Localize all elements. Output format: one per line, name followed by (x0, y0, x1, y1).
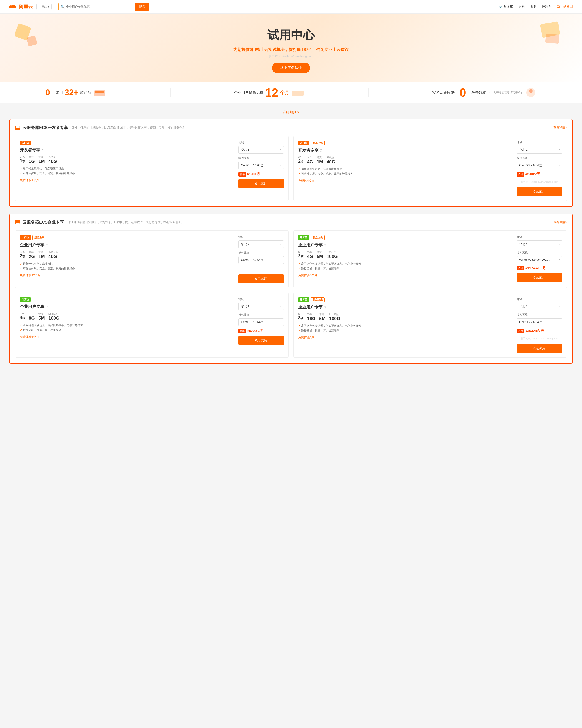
os-select[interactable]: CentOS 7.6 64位 ▾ (239, 318, 284, 326)
stats-bar: 0 元试用 32+ 款产品 企业用户最高免费 12 个月 实名认证后即可 0 元… (0, 82, 582, 103)
stat-label-trial: 元试用 (52, 90, 63, 95)
os-value: CentOS 7.6 64位 (519, 320, 542, 324)
price-label: 价格 (517, 172, 525, 177)
card-watermark: 新手站长 XinshouZhanzhang.com (517, 180, 562, 184)
card-left: 入门级新品上线 开发者专享 ⑦ CPU 2核 内存 4G 带宽 1M 系统盘 4… (298, 140, 513, 196)
banner-deco-right (523, 18, 569, 55)
spec-item: ESSD盘 100G (329, 313, 340, 321)
region-select[interactable]: 华北 2 ▾ (239, 303, 284, 310)
free-trial-link[interactable]: 免费体验1周 (298, 336, 314, 339)
spec-item: 内存 2G (29, 251, 35, 259)
banner-auth-button[interactable]: 马上实名认证 (272, 63, 310, 73)
enterprise-section-link[interactable]: 查看详情> (553, 220, 567, 224)
spec-item: 带宽 1M (38, 251, 45, 259)
enterprise-section-title: 云服务器ECS企业专享 (23, 219, 64, 225)
detail-link-area: 详细规则 > (0, 106, 582, 119)
nav-new-user[interactable]: 新手站长网 (557, 5, 573, 9)
logo[interactable]: 阿里云 (9, 4, 33, 10)
check-item: 适用轻量级网站、低负载应用场景 (298, 167, 513, 171)
banner-subtitle: 为您提供0门槛上云实践机会，拨打95187-1，咨询专业上云建议 (233, 47, 349, 52)
card-tags: 入门级新品上线 (298, 140, 513, 146)
region-selector[interactable]: 中国站 ▾ (36, 4, 52, 10)
region-select[interactable]: 华北 1 ▾ (517, 146, 562, 154)
free-trial-link[interactable]: 免费体验12个月 (20, 274, 41, 277)
chevron-down-icon: ▾ (559, 149, 560, 151)
check-item: 可弹性扩展、安全、稳定、易用的计算服务 (20, 172, 235, 175)
price-badge: 价格 ¥570.50/月 (239, 329, 284, 333)
region-field-label: 地域 (239, 297, 284, 301)
spec-value: 2核 (298, 253, 303, 258)
os-field: 操作系统 CentOS 7.6 64位 ▾ (239, 251, 284, 264)
spec-value: 5M (319, 316, 326, 321)
trial-button[interactable]: 0元试用 (239, 336, 284, 345)
enterprise-section: 云服务器ECS企业专享 弹性可伸缩的计算服务，助您降低 IT 成本，提升运维效率… (9, 214, 573, 364)
trial-button[interactable]: 0元试用 (517, 344, 562, 353)
spec-item: 带宽 5M (317, 251, 323, 259)
os-select[interactable]: CentOS 7.6 64位 ▾ (517, 161, 562, 169)
card-specs: CPU 2核 内存 4G 带宽 5M ESSD盘 100G (298, 251, 513, 259)
spec-value: 100G (327, 254, 338, 259)
os-select[interactable]: CentOS 7.6 64位 ▾ (239, 161, 284, 169)
trial-button[interactable]: 0元试用 (239, 179, 284, 188)
developer-section-link[interactable]: 查看详情> (553, 126, 567, 130)
trial-button[interactable]: 0元试用 (239, 275, 284, 283)
region-field-label: 地域 (239, 235, 284, 239)
search-input[interactable] (58, 3, 135, 10)
cart-icon: 🛒 (499, 5, 502, 9)
chevron-down-icon: ▾ (559, 243, 560, 246)
region-select[interactable]: 华北 2 ▾ (517, 240, 562, 248)
nav-backup[interactable]: 备案 (530, 5, 536, 9)
region-field-label: 地域 (517, 235, 562, 239)
free-trial-link[interactable]: 免费体验3个月 (298, 274, 317, 277)
product-card: 计算型新品上线 企业用户专享 ⑦ CPU 8核 内存 16G 带宽 5M ESS… (293, 292, 567, 358)
os-value: CentOS 7.6 64位 (241, 163, 264, 167)
card-left: 入门级 开发者专享 ⑦ CPU 1核 内存 1G 带宽 1M 系统盘 40G 适… (20, 140, 235, 196)
price-value: ¥1174.41/3月 (525, 266, 546, 270)
os-select[interactable]: Windows Server 2019 ... ▾ (517, 256, 562, 263)
price-badge: 价格 42.00/7天 (517, 172, 562, 177)
spec-label: 内存 (29, 312, 35, 315)
spec-label: 内存 (29, 251, 35, 254)
free-trial-link[interactable]: 免费体验1周 (298, 179, 314, 182)
card-tag: 入门级 (20, 140, 31, 145)
price-value: 61.00/月 (247, 172, 260, 176)
product-card: 入门级新品上线 开发者专享 ⑦ CPU 2核 内存 4G 带宽 1M 系统盘 4… (293, 136, 567, 201)
spec-value: 4G (307, 159, 313, 164)
stat-zero-free: 0 (460, 87, 466, 99)
nav-docs[interactable]: 文档 (518, 5, 525, 9)
search-button[interactable]: 搜索 (135, 3, 149, 11)
os-value: CentOS 7.6 64位 (519, 163, 542, 167)
region-select[interactable]: 华北 2 ▾ (517, 303, 562, 310)
stat-enterprise-unit: 个月 (280, 89, 289, 96)
region-select[interactable]: 华北 1 ▾ (239, 146, 284, 154)
spec-label: ESSD盘 (49, 312, 60, 315)
spec-label: 内存 (307, 251, 313, 254)
detail-link[interactable]: 详细规则 > (283, 110, 299, 114)
card-specs: CPU 2核 内存 4G 带宽 1M 系统盘 40G (298, 156, 513, 164)
card-specs: CPU 2核 内存 2G 带宽 1M 高效云盘 40G (20, 251, 235, 259)
chevron-down-icon: ▾ (280, 243, 281, 246)
spec-label: 内存 (307, 156, 313, 159)
region-value: 华北 2 (519, 242, 528, 246)
spec-value: 1核 (20, 158, 25, 163)
region-select[interactable]: 华北 2 ▾ (239, 240, 284, 248)
check-item: 可弹性扩展、安全、稳定、易用的计算服务 (20, 267, 235, 270)
os-field-label: 操作系统 (517, 251, 562, 255)
spec-label: 带宽 (317, 251, 323, 254)
card-name: 企业用户专享 ⑦ (298, 304, 513, 310)
free-trial-link[interactable]: 免费体验1个月 (20, 178, 39, 182)
nav-console[interactable]: 控制台 (542, 5, 552, 9)
card-left: 计算型 企业用户专享 ⑦ CPU 4核 内存 8G 带宽 5M ESSD盘 10… (20, 297, 235, 353)
price-value: ¥263.48/7天 (525, 329, 544, 333)
spec-label: 高效云盘 (49, 251, 58, 254)
trial-button[interactable]: 0元试用 (517, 187, 562, 196)
card-name: 企业用户专享 ⑦ (298, 242, 513, 248)
os-select[interactable]: CentOS 7.6 64位 ▾ (517, 318, 562, 326)
spec-value: 40G (327, 159, 335, 164)
os-select[interactable]: CentOS 7.6 64位 ▾ (239, 256, 284, 264)
free-trial-link[interactable]: 免费体验1个月 (20, 335, 39, 339)
spec-label: 带宽 (38, 251, 45, 254)
nav-cart[interactable]: 🛒 购物车 (499, 5, 513, 9)
trial-button[interactable]: 0元试用 (517, 273, 562, 282)
os-field: 操作系统 CentOS 7.6 64位 ▾ (239, 313, 284, 326)
